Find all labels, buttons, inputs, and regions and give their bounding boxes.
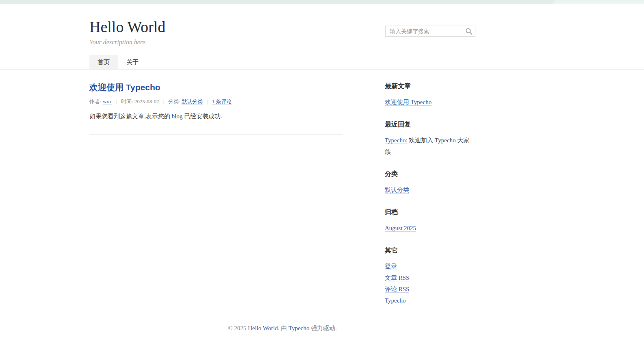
post-author-label: 作者:	[89, 98, 103, 105]
site-title-link[interactable]: Hello World	[89, 18, 165, 35]
footer-engine-link[interactable]: Typecho	[288, 325, 309, 331]
widget-misc: 其它 登录 文章 RSS 评论 RSS Typecho	[385, 246, 475, 306]
list-item: Typecho: 欢迎加入 Typecho 大家族	[385, 135, 475, 157]
footer-suffix-text: 强力驱动.	[310, 325, 337, 331]
post-date: 2025-08-07	[134, 98, 159, 105]
recent-post-link[interactable]: 欢迎使用 Typecho	[385, 99, 432, 106]
widget-categories: 分类 默认分类	[385, 170, 475, 196]
widget-heading: 最新文章	[385, 82, 475, 90]
comments-rss-link[interactable]: 评论 RSS	[385, 286, 409, 293]
widget-archives: 归档 August 2025	[385, 208, 475, 234]
widget-heading: 其它	[385, 246, 475, 255]
category-link[interactable]: 默认分类	[385, 187, 409, 194]
post-category-label: 分类:	[168, 98, 182, 105]
meta-separator: |	[163, 98, 164, 105]
comment-author-link[interactable]: Typecho:	[385, 137, 408, 144]
list-item: 欢迎使用 Typecho	[385, 96, 475, 108]
post-list: 欢迎使用 Typecho 作者: wxx|时间: 2025-08-07|分类: …	[89, 70, 343, 135]
browser-chrome-bar	[0, 0, 644, 4]
copyright-text: © 2025	[228, 325, 248, 331]
site-header: Hello World Your description here. 首页 关于	[0, 5, 644, 70]
meta-separator: |	[116, 98, 117, 105]
widget-recent-comments: 最近回复 Typecho: 欢迎加入 Typecho 大家族	[385, 120, 475, 157]
login-link[interactable]: 登录	[385, 263, 397, 270]
post-body: 如果您看到这篇文章,表示您的 blog 已经安装成功.	[89, 111, 343, 121]
widget-heading: 归档	[385, 208, 475, 216]
footer-site-link[interactable]: Hello World	[248, 325, 278, 331]
post-category-link[interactable]: 默认分类	[182, 98, 203, 105]
post-author-link[interactable]: wxx	[103, 98, 112, 105]
widget-heading: 最近回复	[385, 120, 475, 128]
archive-link[interactable]: August 2025	[385, 225, 416, 232]
widget-recent-posts: 最新文章 欢迎使用 Typecho	[385, 82, 475, 108]
meta-separator: |	[207, 98, 208, 105]
list-item: 评论 RSS	[385, 283, 475, 295]
widget-heading: 分类	[385, 170, 475, 178]
list-item: 登录	[385, 261, 475, 272]
nav-item-home[interactable]: 首页	[89, 55, 118, 69]
nav-item-about[interactable]: 关于	[118, 55, 147, 69]
site-description: Your description here.	[89, 38, 475, 46]
post-comments-link[interactable]: 1 条评论	[212, 98, 232, 105]
post-meta: 作者: wxx|时间: 2025-08-07|分类: 默认分类|1 条评论	[89, 98, 343, 106]
search-box	[385, 26, 475, 37]
search-input[interactable]	[385, 26, 475, 37]
list-item: Typecho	[385, 295, 475, 306]
footer-middle-text: . 由	[278, 325, 288, 331]
posts-rss-link[interactable]: 文章 RSS	[385, 274, 409, 281]
search-icon[interactable]	[465, 28, 473, 35]
sidebar: 最新文章 欢迎使用 Typecho 最近回复 Typecho: 欢迎加入 Typ…	[385, 70, 475, 317]
post-divider	[89, 134, 343, 135]
post-title-link[interactable]: 欢迎使用 Typecho	[89, 82, 160, 93]
typecho-link[interactable]: Typecho	[385, 297, 405, 304]
main-nav: 首页 关于	[89, 55, 475, 69]
list-item: August 2025	[385, 222, 475, 234]
list-item: 文章 RSS	[385, 272, 475, 283]
post: 欢迎使用 Typecho 作者: wxx|时间: 2025-08-07|分类: …	[89, 70, 343, 135]
site-footer: © 2025 Hello World. 由 Typecho 强力驱动.	[89, 317, 475, 344]
browser-chrome-tab	[0, 0, 555, 4]
list-item: 默认分类	[385, 184, 475, 196]
post-time-label: 时间:	[121, 98, 134, 105]
